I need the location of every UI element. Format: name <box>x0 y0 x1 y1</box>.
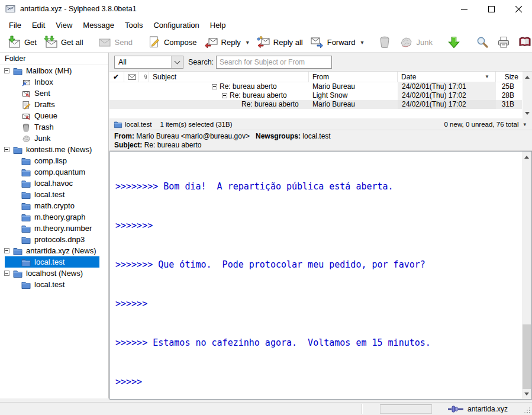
folder-item-trash[interactable]: Trash <box>0 121 108 133</box>
folder-item-local-test-antartida[interactable]: local.test <box>0 256 108 268</box>
forward-dropdown-chevron-icon[interactable]: ▾ <box>360 39 363 46</box>
message-from: Mario Bureau <box>309 82 398 91</box>
menu-tools[interactable]: Tools <box>121 19 147 31</box>
compose-button[interactable]: Compose <box>143 33 201 51</box>
search-input[interactable] <box>216 56 332 69</box>
message-row-selected[interactable]: Re: bureau aberto Mario Bureau 24/02/01(… <box>109 100 522 109</box>
reply-all-button[interactable]: Reply all <box>253 33 307 51</box>
menu-configuration[interactable]: Configuration <box>149 19 203 31</box>
folder-item-local-test-kontesti[interactable]: local.test <box>0 189 108 200</box>
collapse-expander-icon[interactable] <box>4 68 9 73</box>
column-from[interactable]: From <box>309 72 398 82</box>
folder-item-localhost[interactable]: localhost (News) <box>0 268 108 279</box>
folder-item-kontesti[interactable]: kontesti.me (News) <box>0 144 108 155</box>
filter-dropdown[interactable]: All <box>114 56 183 69</box>
newsgroups-label: Newsgroups: <box>256 132 301 140</box>
folder-icon <box>114 120 122 128</box>
column-unread[interactable] <box>124 72 139 82</box>
get-label: Get <box>24 38 37 47</box>
scrollbar-thumb[interactable] <box>523 324 531 390</box>
resize-grip[interactable] <box>524 407 531 414</box>
folder-item-comp-lisp[interactable]: comp.lisp <box>0 155 108 166</box>
junk-button[interactable]: Junk <box>395 33 436 51</box>
search-button[interactable] <box>472 33 493 51</box>
folder-icon <box>21 258 31 267</box>
message-size: 28B <box>496 91 522 100</box>
scroll-up-button[interactable] <box>523 72 532 82</box>
message-row[interactable]: Re: bureau aberto Light Snow 24/02/01(Th… <box>109 91 522 100</box>
folder-pane-header: Folder <box>0 53 108 65</box>
folder-item-protocols-dnp3[interactable]: protocols.dnp3 <box>0 234 108 245</box>
message-subject: Re: bureau aberto <box>220 82 277 91</box>
reply-label: Reply <box>221 38 241 47</box>
thread-expander-icon[interactable] <box>222 93 227 98</box>
counts-dropdown-icon[interactable]: ▾ <box>523 121 526 127</box>
column-mark[interactable]: ✔ <box>109 72 124 82</box>
folder-item-m-theory-number[interactable]: m.theory.number <box>0 223 108 234</box>
folder-item-queue[interactable]: Queue <box>0 110 108 121</box>
folder-item-m-theory-graph[interactable]: m.theory.graph <box>0 211 108 223</box>
menu-help[interactable]: Help <box>206 19 230 31</box>
reply-icon <box>204 35 218 49</box>
get-all-button[interactable]: Get all <box>40 33 87 51</box>
scroll-down-button[interactable] <box>523 108 532 118</box>
toolbar: Get Get all Send Compose Reply ▾ Reply a… <box>0 32 532 53</box>
collapse-expander-icon[interactable] <box>4 271 9 276</box>
maximize-button[interactable] <box>478 0 505 18</box>
folder-item-local-test-localhost[interactable]: local.test <box>0 279 108 290</box>
close-button[interactable] <box>505 0 532 18</box>
get-button[interactable]: Get <box>4 33 40 51</box>
next-unread-button[interactable] <box>443 33 465 51</box>
folder-item-antartida[interactable]: antartida.xyz (News) <box>0 245 108 256</box>
address-book-button[interactable] <box>514 33 532 51</box>
menu-edit[interactable]: Edit <box>28 19 49 31</box>
column-attachment[interactable] <box>139 72 149 82</box>
folder-item-drafts[interactable]: Drafts <box>0 99 108 110</box>
triangle-down-icon <box>525 112 530 117</box>
print-button[interactable] <box>493 33 514 51</box>
message-body-scrollbar[interactable] <box>522 152 531 399</box>
menu-file[interactable]: File <box>5 19 25 31</box>
column-date[interactable]: Date▼ <box>398 72 496 82</box>
filter-dropdown-button[interactable] <box>171 56 183 68</box>
folder-item-mailbox[interactable]: Mailbox (MH) <box>0 65 108 76</box>
collapse-expander-icon[interactable] <box>4 248 9 253</box>
chevron-down-icon <box>175 59 180 65</box>
scroll-up-button[interactable] <box>522 152 531 162</box>
folder-item-junk[interactable]: Junk <box>0 133 108 144</box>
folder-icon <box>21 156 31 166</box>
folder-icon <box>13 269 22 278</box>
message-size: 31B <box>496 100 522 109</box>
folder-icon <box>21 201 31 211</box>
message-list-header: ✔ Subject From Date▼ Size <box>109 72 522 82</box>
message-list-scrollbar[interactable] <box>523 72 532 118</box>
folder-icon <box>21 235 31 245</box>
scroll-down-button[interactable] <box>522 389 531 399</box>
forward-button[interactable]: Forward ▾ <box>307 33 367 51</box>
delete-button[interactable] <box>374 33 395 51</box>
column-size[interactable]: Size <box>496 72 522 82</box>
message-from: Mario Bureau <box>309 100 398 109</box>
header-line-subject: Subject: Re: bureau aberto <box>114 141 527 150</box>
message-row[interactable]: Re: bureau aberto Mario Bureau 24/02/01(… <box>109 82 522 91</box>
reply-button[interactable]: Reply ▾ <box>201 33 253 51</box>
folder-icon <box>21 190 31 200</box>
folder-icon <box>21 224 31 233</box>
send-button[interactable]: Send <box>94 33 136 51</box>
inbox-icon <box>21 78 31 87</box>
folder-icon <box>13 246 22 256</box>
thread-expander-icon[interactable] <box>212 84 217 89</box>
menu-message[interactable]: Message <box>79 19 118 31</box>
folder-item-comp-quantum[interactable]: comp.quantum <box>0 166 108 178</box>
statusbar-progress-area <box>380 404 432 414</box>
menu-view[interactable]: View <box>51 19 76 31</box>
folder-item-inbox[interactable]: Inbox <box>0 76 108 88</box>
collapse-expander-icon[interactable] <box>4 147 9 152</box>
minimize-button[interactable] <box>450 0 478 18</box>
folder-item-math-crypto[interactable]: math.crypto <box>0 200 108 211</box>
column-subject[interactable]: Subject <box>149 72 309 82</box>
reply-dropdown-chevron-icon[interactable]: ▾ <box>246 39 249 46</box>
folder-item-sent[interactable]: Sent <box>0 88 108 99</box>
folder-item-local-havoc[interactable]: local.havoc <box>0 178 108 189</box>
message-size: 25B <box>496 82 522 91</box>
